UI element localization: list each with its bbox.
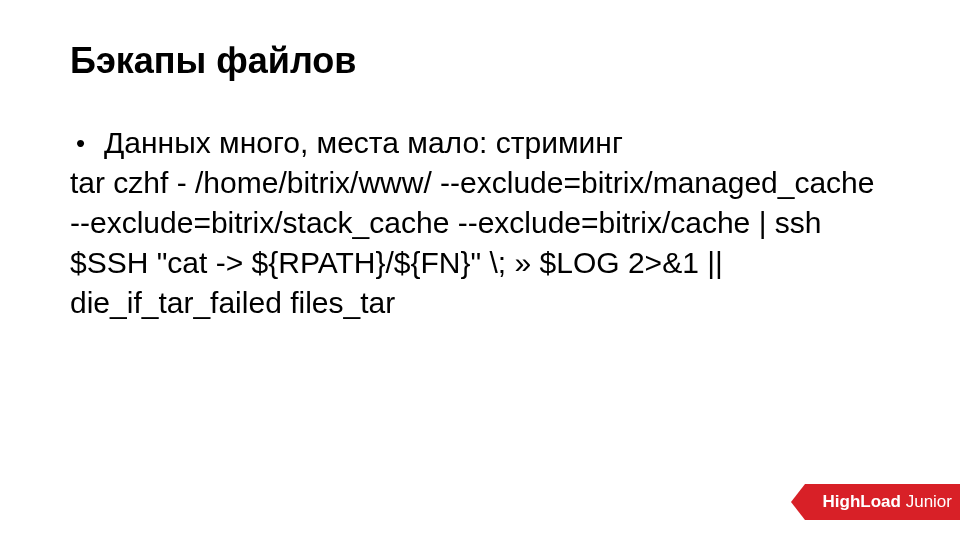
logo-arrow: HighLoad Junior xyxy=(791,484,960,520)
footer-logo: HighLoad Junior xyxy=(791,482,960,522)
command-block: tar czhf - /home/bitrix/www/ --exclude=b… xyxy=(70,163,890,323)
bullet-item: Данных много, места мало: стриминг xyxy=(70,123,890,163)
slide-body: Данных много, места мало: стриминг tar c… xyxy=(70,123,890,322)
slide: Бэкапы файлов Данных много, места мало: … xyxy=(0,0,960,540)
arrow-left-icon xyxy=(791,484,805,520)
logo-text: HighLoad Junior xyxy=(805,484,960,520)
logo-light: Junior xyxy=(906,492,952,512)
bullet-list: Данных много, места мало: стриминг xyxy=(70,123,890,163)
logo-bold: HighLoad xyxy=(823,492,901,512)
slide-title: Бэкапы файлов xyxy=(70,40,890,81)
